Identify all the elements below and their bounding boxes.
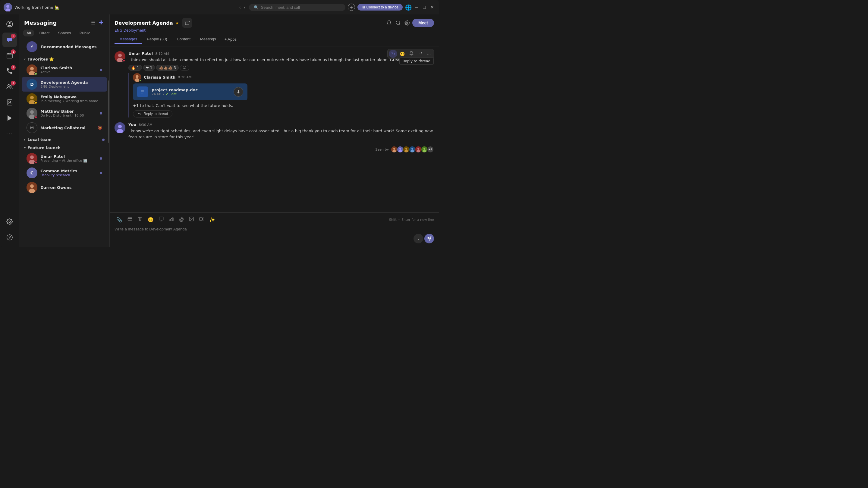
chat-title: Development Agenda <box>115 20 173 26</box>
tab-all[interactable]: All <box>23 30 34 36</box>
ai-button[interactable]: ✨ <box>207 216 217 224</box>
seen-avatars: +2 <box>391 146 434 153</box>
chat-name: Common Metrics <box>40 169 97 173</box>
connect-device-button[interactable]: 🖥 Connect to a device <box>358 4 403 10</box>
favorites-section-header[interactable]: ▾ Favorites ⭐ <box>19 55 110 63</box>
whiteboard-button[interactable] <box>157 215 166 224</box>
local-team-label: Local team <box>27 137 52 142</box>
video-button[interactable] <box>197 215 206 224</box>
reply-to-thread-button[interactable] <box>389 50 397 58</box>
local-team-section-header[interactable]: ▸ Local team <box>19 135 110 143</box>
notification-button[interactable] <box>407 50 415 58</box>
svg-point-59 <box>417 148 419 150</box>
rail-item-help[interactable] <box>2 230 17 245</box>
seen-more-count: +2 <box>427 146 434 153</box>
svg-point-47 <box>393 148 395 150</box>
tab-content[interactable]: Content <box>172 35 195 44</box>
sidebar-scrollbar[interactable] <box>108 80 109 143</box>
search-chat-button[interactable] <box>394 19 402 27</box>
reaction-heart[interactable]: ❤️ 1 <box>143 65 155 71</box>
thread-author: Clarissa Smith <box>144 75 176 79</box>
giphy-button[interactable] <box>125 215 134 224</box>
tab-people[interactable]: People (30) <box>142 35 172 44</box>
text-format-button[interactable] <box>135 215 145 224</box>
mention-button[interactable]: @ <box>177 216 186 224</box>
poll-button[interactable] <box>167 215 176 224</box>
search-input[interactable] <box>261 5 341 10</box>
reaction-fire[interactable]: 🔥 1 <box>128 65 142 71</box>
rail-item-activity[interactable] <box>2 17 17 31</box>
list-item[interactable]: Umar Patel Presenting • At the office 🏢 <box>22 151 107 166</box>
rail-item-calls[interactable]: 1 <box>2 64 17 78</box>
rail-item-apps[interactable] <box>2 111 17 125</box>
file-info: project-roadmap.doc 24 KB • ✔ Safe <box>152 88 230 96</box>
attach-button[interactable]: 📎 <box>115 216 124 224</box>
rail-item-messaging[interactable]: 5 <box>2 33 17 47</box>
search-bar[interactable]: 🔍 <box>249 4 345 11</box>
close-button[interactable]: ✕ <box>429 4 435 11</box>
unread-section-dot <box>102 138 104 141</box>
search-icon: 🔍 <box>254 5 258 10</box>
rail-item-people[interactable]: 1 <box>2 79 17 94</box>
send-button[interactable] <box>424 234 434 243</box>
status-indicator <box>34 161 37 164</box>
emoji-react-button[interactable]: 😊 <box>398 50 407 58</box>
chat-status: Active <box>40 70 97 74</box>
calls-badge: 1 <box>11 65 16 70</box>
meet-button[interactable]: Meet <box>412 19 434 27</box>
chevron-down-icon: ▾ <box>24 58 26 61</box>
reply-to-thread-inline-button[interactable]: Reply to thread <box>133 110 173 118</box>
add-button[interactable]: + <box>348 4 355 11</box>
feature-launch-section-header[interactable]: ▾ Feature launch <box>19 143 110 151</box>
more-actions-button[interactable]: ··· <box>425 50 433 58</box>
list-item[interactable]: D Development Agenda ENG Deployment <box>22 77 107 92</box>
archive-button[interactable] <box>182 18 192 28</box>
recommended-messages-item[interactable]: ⚡ Recommended Messages <box>22 39 107 55</box>
list-item[interactable]: Clarissa Smith Active <box>22 63 107 77</box>
user-avatar[interactable] <box>4 3 12 11</box>
rail-item-contacts[interactable] <box>2 95 17 110</box>
forward-button[interactable]: › <box>243 4 247 11</box>
filter-button[interactable]: ☰ <box>90 18 96 27</box>
list-item[interactable]: Emily Nakagawa In a meeting • Working fr… <box>22 92 107 106</box>
list-item[interactable]: M Marketing Collateral 🔕 <box>22 121 107 135</box>
muted-icon: 🔕 <box>98 126 102 130</box>
svg-point-62 <box>424 148 425 150</box>
forward-button[interactable] <box>416 50 425 58</box>
svg-point-56 <box>411 148 413 150</box>
reaction-thumbsup[interactable]: 👍🏽👍🏽👍🏽 3 <box>156 65 179 71</box>
avatar: M <box>27 122 37 133</box>
rail-item-more[interactable]: ··· <box>2 127 17 141</box>
tab-messages[interactable]: Messages <box>115 35 142 44</box>
list-item[interactable]: C Common Metrics Usability research <box>22 166 107 180</box>
settings-chat-button[interactable] <box>403 19 411 27</box>
thread-avatar <box>133 73 141 82</box>
minimize-button[interactable]: ─ <box>414 4 420 11</box>
download-button[interactable]: ⬇ <box>234 87 243 97</box>
tab-apps[interactable]: + Apps <box>221 35 240 44</box>
alert-button[interactable] <box>385 19 393 27</box>
tab-direct[interactable]: Direct <box>36 30 53 36</box>
tab-public[interactable]: Public <box>76 30 94 36</box>
chat-subtitle[interactable]: ENG Deployment <box>115 28 434 33</box>
svg-point-50 <box>399 148 401 150</box>
calendar-badge: 1 <box>11 50 16 54</box>
rail-item-calendar[interactable]: 1 <box>2 48 17 63</box>
list-item[interactable]: Darren Owens <box>22 180 107 195</box>
compose-input[interactable] <box>115 226 434 232</box>
unread-indicator <box>100 172 102 174</box>
tab-spaces[interactable]: Spaces <box>54 30 74 36</box>
back-button[interactable]: ‹ <box>238 4 242 11</box>
expand-compose-button[interactable]: ⌄ <box>413 234 423 243</box>
tab-meetings[interactable]: Meetings <box>195 35 221 44</box>
maximize-button[interactable]: □ <box>422 4 427 11</box>
add-reaction-button[interactable]: 😊 <box>180 65 189 71</box>
image-button[interactable] <box>187 215 196 224</box>
chevron-right-icon: ▸ <box>24 138 26 141</box>
list-item[interactable]: Matthew Baker Do Not Disturb until 16:00 <box>22 106 107 121</box>
new-chat-button[interactable]: ✚ <box>98 18 104 27</box>
chat-info: Darren Owens <box>40 185 102 190</box>
emoji-button[interactable]: 😊 <box>146 216 156 224</box>
rail-item-settings[interactable] <box>2 215 17 229</box>
sidebar-wrapper: ⚡ Recommended Messages ▾ Favorites ⭐ <box>19 39 110 247</box>
